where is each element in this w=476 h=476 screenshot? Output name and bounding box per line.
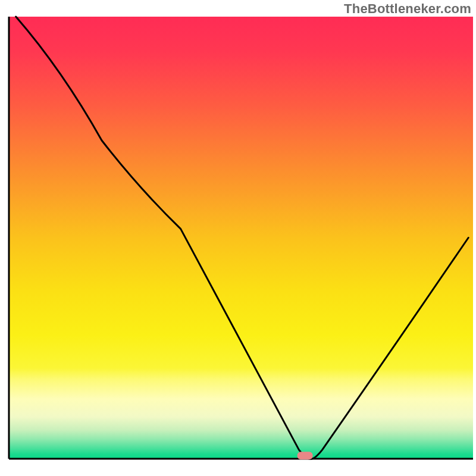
optimum-marker xyxy=(298,452,313,459)
watermark-text: TheBottleneker.com xyxy=(344,1,471,17)
plot-background xyxy=(9,17,473,459)
chart-container: { "watermark": "TheBottleneker.com", "ch… xyxy=(0,0,476,476)
bottleneck-chart xyxy=(0,0,476,476)
